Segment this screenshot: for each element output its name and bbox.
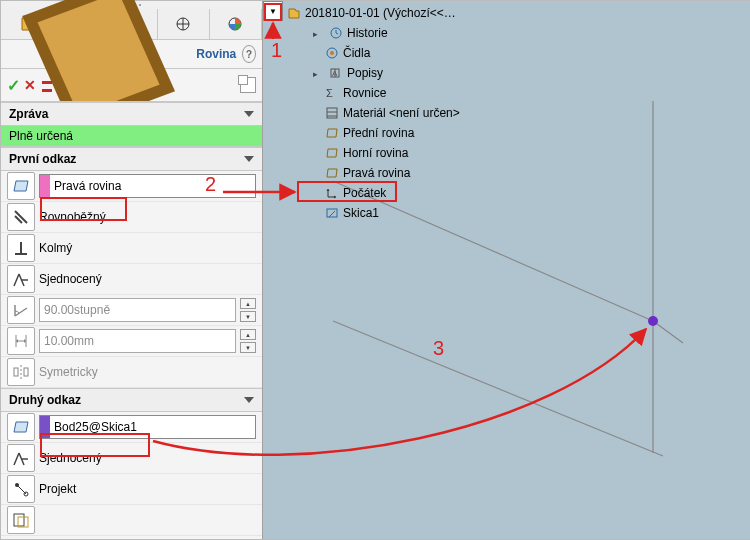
tree-annotations[interactable]: A Popisy [283,63,464,83]
opt-symmetric-label: Symetricky [39,365,98,379]
tree-front-plane[interactable]: Přední rovina [283,123,464,143]
tree-root-part[interactable]: 201810-01-01 (Výchozí<<… [283,3,464,23]
property-manager-panel: Rovina ? ✓ ✕ ▬▬ Zpráva Plně určená První… [1,1,263,539]
first-ref-icon[interactable] [7,172,35,200]
extra-row[interactable] [1,505,262,536]
opt-project[interactable]: Projekt [1,474,262,505]
second-ref-field[interactable]: Bod25@Skica1 [39,415,256,439]
expand-icon[interactable] [313,26,321,40]
tab-appearance[interactable] [210,9,262,39]
swatch-pink [40,175,50,197]
ok-cancel-row: ✓ ✕ ▬▬ [1,69,262,102]
tree-sensors-label: Čidla [343,46,370,60]
second-ref-icon[interactable] [7,413,35,441]
tree-top-plane-label: Horní rovina [343,146,408,160]
section-second-ref[interactable]: Druhý odkaz [1,388,262,412]
message-status: Plně určená [1,126,262,147]
tree-origin[interactable]: Počátek [283,183,464,203]
flyout-toggle[interactable]: ▼ [263,1,283,21]
svg-line-35 [333,321,663,456]
angle-value: 90.00stupně [44,303,110,317]
caret-down-icon: ▼ [269,7,277,16]
distance-icon [7,327,35,355]
svg-rect-22 [14,368,18,376]
svg-line-24 [14,453,19,465]
extra-icon [7,506,35,534]
keep-visible-button[interactable] [240,77,256,93]
opt-perpendicular-label: Kolmý [39,241,72,255]
angle-field: 90.00stupně [39,298,236,322]
second-ref-value: Bod25@Skica1 [54,420,137,434]
cancel-button[interactable]: ✕ [24,77,36,93]
opt-coincident-label: Sjednocený [39,272,102,286]
tree-material[interactable]: Materiál <není určen> [283,103,464,123]
ok-button[interactable]: ✓ [7,76,20,95]
opt-angle: 90.00stupně ▲▼ [1,295,262,326]
tree-equations[interactable]: Σ Rovnice [283,83,464,103]
tree-material-label: Materiál <není určen> [343,106,460,120]
distance-value: 10.00mm [44,334,94,348]
distance-spinner: ▲▼ [240,329,256,353]
help-button[interactable]: ? [242,45,256,63]
opt-perpendicular[interactable]: Kolmý [1,233,262,264]
angle-icon [7,296,35,324]
tree-annotations-label: Popisy [347,66,383,80]
svg-point-38 [330,51,334,55]
parallel-icon [7,203,35,231]
tree-top-plane[interactable]: Horní rovina [283,143,464,163]
opt-coincident2-label: Sjednocený [39,451,102,465]
svg-line-34 [653,321,683,343]
preview-icon[interactable]: ▬▬ [40,77,52,93]
svg-text:Σ: Σ [326,87,333,99]
chevron-icon [244,397,254,403]
svg-rect-48 [327,209,337,217]
expand-icon[interactable] [313,66,321,80]
svg-line-15 [14,274,19,286]
feature-title-row: Rovina ? [1,40,262,69]
tree-sensors[interactable]: Čidla [283,43,464,63]
chevron-icon [244,156,254,162]
tree-sketch-label: Skica1 [343,206,379,220]
tree-right-plane-label: Pravá rovina [343,166,410,180]
svg-line-49 [329,211,335,217]
coincident-icon [7,444,35,472]
project-icon [7,475,35,503]
svg-rect-30 [14,514,24,526]
second-ref-selection-row: Bod25@Skica1 [1,412,262,443]
section-second-ref-title: Druhý odkaz [9,393,81,407]
section-message[interactable]: Zpráva [1,102,262,126]
section-first-ref-title: První odkaz [9,152,76,166]
opt-coincident[interactable]: Sjednocený [1,264,262,295]
svg-text:A: A [332,69,338,78]
symmetric-icon [7,358,35,386]
opt-coincident2[interactable]: Sjednocený [1,443,262,474]
feature-name: Rovina [196,47,236,61]
svg-rect-23 [24,368,28,376]
tree-origin-label: Počátek [343,186,386,200]
opt-parallel-label: Rovnoběžný [39,210,106,224]
first-ref-selection-row: Pravá rovina [1,171,262,202]
swatch-purple [40,416,50,438]
tree-equations-label: Rovnice [343,86,386,100]
tree-right-plane[interactable]: Pravá rovina [283,163,464,183]
chevron-icon [244,111,254,117]
coincident-icon [7,265,35,293]
opt-project-label: Projekt [39,482,76,496]
tree-history-label: Historie [347,26,388,40]
tree-sketch[interactable]: Skica1 [283,203,464,223]
section-message-title: Zpráva [9,107,48,121]
opt-parallel[interactable]: Rovnoběžný [1,202,262,233]
distance-field: 10.00mm [39,329,236,353]
opt-distance: 10.00mm ▲▼ [1,326,262,357]
opt-symmetric: Symetricky [1,357,262,388]
tree-root-label: 201810-01-01 (Výchozí<<… [305,6,456,20]
angle-spinner: ▲▼ [240,298,256,322]
tree-front-plane-label: Přední rovina [343,126,414,140]
first-ref-value: Pravá rovina [54,179,121,193]
section-first-ref[interactable]: První odkaz [1,147,262,171]
perpendicular-icon [7,234,35,262]
sketch-point[interactable] [648,316,658,326]
first-ref-field[interactable]: Pravá rovina [39,174,256,198]
tree-history[interactable]: Historie [283,23,464,43]
